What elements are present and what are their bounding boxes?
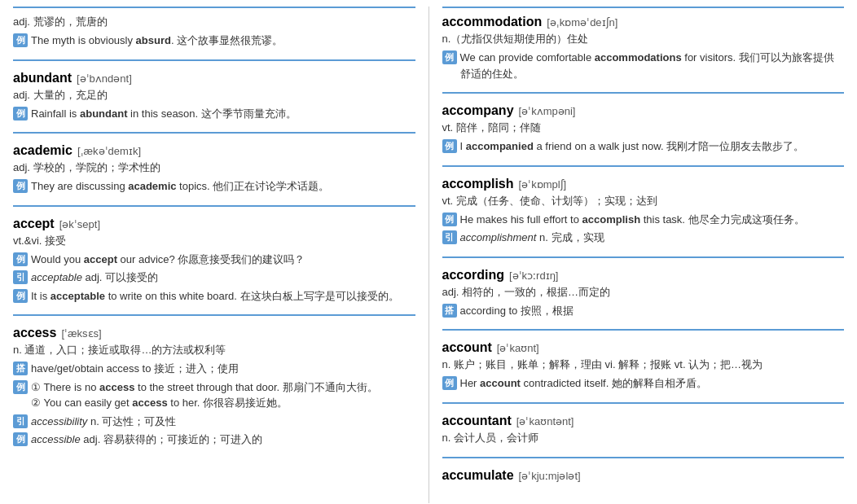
tag-example: 例	[442, 376, 457, 390]
entry-account: account[əˈkaʊnt]n. 账户；账目，账单；解释，理由 vi. 解释…	[442, 340, 845, 404]
tag-example: 例	[13, 289, 28, 303]
example-line: 例Would you accept our advice? 你愿意接受我们的建议…	[13, 252, 415, 268]
tag-example: 例	[13, 380, 28, 394]
entry-accompany: accompany[əˈkʌmpəni]vt. 陪伴，陪同；伴随例I accom…	[442, 103, 845, 167]
example-text: The myth is obviously absurd. 这个故事显然很荒谬。	[31, 33, 283, 49]
headword: access	[13, 326, 56, 340]
headword: accumulate	[442, 468, 514, 483]
phonetic: [əˈkaʊnt]	[497, 342, 539, 354]
tag-example: 例	[442, 139, 457, 153]
pos-def: adj. 学校的，学院的；学术性的	[13, 160, 415, 175]
tag-related: 引	[13, 414, 28, 428]
entry-access: access[ˈæksɛs]n. 通道，入口；接近或取得…的方法或权利等搭hav…	[13, 326, 415, 458]
divider-top	[442, 7, 845, 8]
tag-phrase: 搭	[442, 304, 457, 318]
example-text: ① There is no access to the street throu…	[31, 379, 378, 411]
example-line: 例I accompanied a friend on a walk just n…	[442, 138, 845, 155]
entry-absurd: adj. 荒谬的，荒唐的例The myth is obviously absur…	[13, 7, 415, 61]
phonetic: [əˈbʌndənt]	[77, 72, 132, 85]
pos-def: n.（尤指仅供短期使用的）住处	[442, 32, 845, 46]
phonetic: [ˈæksɛs]	[61, 327, 101, 340]
phonetic: [əˈkjuːmjələt]	[519, 470, 581, 482]
entry-accumulate: accumulate[əˈkjuːmjələt]	[442, 468, 845, 493]
headword: abundant	[13, 71, 72, 85]
phonetic: [əˈkɔːrdɪŋ]	[509, 270, 559, 282]
headword-line: access[ˈæksɛs]	[13, 326, 415, 340]
example-text: Would you accept our advice? 你愿意接受我们的建议吗…	[31, 252, 305, 268]
entry-accomplish: accomplish[əˈkɒmplʃ]vt. 完成（任务、使命、计划等）；实现…	[442, 177, 845, 258]
tag-phrase: 搭	[13, 362, 28, 375]
headword-line: abundant[əˈbʌndənt]	[13, 71, 415, 85]
right-column: accommodation[əˌkɒməˈdeɪʃn]n.（尤指仅供短期使用的）…	[429, 7, 858, 503]
headword-line: accumulate[əˈkjuːmjələt]	[442, 468, 845, 483]
headword-line: academic[ˌækəˈdemɪk]	[13, 143, 415, 158]
example-text: accomplishment n. 完成，实现	[460, 230, 604, 246]
pos-def: adj. 荒谬的，荒唐的	[13, 15, 415, 29]
example-line: 例The myth is obviously absurd. 这个故事显然很荒谬…	[13, 33, 415, 49]
phonetic: [əˈkɒmplʃ]	[519, 178, 567, 191]
example-text: Her account contradicted itself. 她的解释自相矛…	[460, 375, 707, 392]
pos-def: n. 通道，入口；接近或取得…的方法或权利等	[13, 343, 415, 357]
tag-example: 例	[13, 252, 28, 266]
phonetic: [əˌkɒməˈdeɪʃn]	[547, 16, 617, 28]
phonetic: [əˈkaʊntənt]	[516, 415, 574, 427]
phonetic: [əˈkʌmpəni]	[519, 105, 576, 117]
headword-line: accept[əkˈsept]	[13, 217, 415, 231]
pos-def: adj. 大量的，充足的	[13, 88, 415, 103]
headword: accompany	[442, 103, 514, 118]
headword: account	[442, 340, 492, 355]
example-line: 例It is acceptable to write on this white…	[13, 288, 415, 305]
example-text: have/get/obtain access to 接近；进入；使用	[31, 361, 239, 377]
example-text: He makes his full effort to accomplish t…	[460, 212, 805, 228]
headword: accountant	[442, 414, 512, 428]
pos-def: vt. 完成（任务、使命、计划等）；实现；达到	[442, 194, 845, 208]
divider-top	[13, 7, 415, 8]
example-text: acceptable adj. 可以接受的	[31, 270, 158, 286]
pos-def: vt. 陪伴，陪同；伴随	[442, 121, 845, 135]
entry-accept: accept[əkˈsept]vt.&vi. 接受例Would you acce…	[13, 217, 415, 317]
example-text: They are discussing academic topics. 他们正…	[31, 178, 329, 195]
headword: according	[442, 268, 504, 283]
example-line: 例accessible adj. 容易获得的；可接近的；可进入的	[13, 432, 415, 448]
entry-abundant: abundant[əˈbʌndənt]adj. 大量的，充足的例Rainfall…	[13, 71, 415, 134]
example-line: 例Rainfall is abundant in this season. 这个…	[13, 106, 415, 122]
example-text: I accompanied a friend on a walk just no…	[460, 138, 805, 155]
example-line: 例① There is no access to the street thro…	[13, 379, 415, 411]
headword: accommodation	[442, 15, 543, 29]
phonetic: [ˌækəˈdemɪk]	[77, 145, 141, 157]
headword-line: accommodation[əˌkɒməˈdeɪʃn]	[442, 15, 845, 29]
headword-line: accomplish[əˈkɒmplʃ]	[442, 177, 845, 191]
pos-def: n. 账户；账目，账单；解释，理由 vi. 解释；报账 vt. 认为；把…视为	[442, 357, 845, 372]
headword-line: accompany[əˈkʌmpəni]	[442, 103, 845, 118]
example-line: 搭according to 按照，根据	[442, 303, 845, 319]
pos-def: n. 会计人员，会计师	[442, 431, 845, 445]
headword-line: account[əˈkaʊnt]	[442, 340, 845, 355]
example-text: according to 按照，根据	[460, 303, 574, 319]
example-text: We can provide comfortable accommodation…	[460, 50, 845, 81]
tag-example: 例	[13, 432, 28, 446]
headword-line: accountant[əˈkaʊntənt]	[442, 414, 845, 428]
headword-line: according[əˈkɔːrdɪŋ]	[442, 268, 845, 283]
pos-def: vt.&vi. 接受	[13, 234, 415, 248]
example-line: 引acceptable adj. 可以接受的	[13, 270, 415, 286]
example-text: It is acceptable to write on this white …	[31, 288, 399, 305]
example-line: 搭have/get/obtain access to 接近；进入；使用	[13, 361, 415, 377]
pos-def: adj. 相符的，一致的，根据…而定的	[442, 285, 845, 300]
tag-example: 例	[442, 50, 457, 64]
headword: accept	[13, 217, 55, 231]
entry-accommodation: accommodation[əˌkɒməˈdeɪʃn]n.（尤指仅供短期使用的）…	[442, 7, 845, 94]
left-column: adj. 荒谬的，荒唐的例The myth is obviously absur…	[0, 7, 429, 503]
example-line: 引accessibility n. 可达性；可及性	[13, 414, 415, 430]
tag-related: 引	[442, 230, 457, 244]
headword: accomplish	[442, 177, 514, 191]
example-line: 例He makes his full effort to accomplish …	[442, 212, 845, 228]
entry-academic: academic[ˌækəˈdemɪk]adj. 学校的，学院的；学术性的例Th…	[13, 143, 415, 207]
example-line: 例We can provide comfortable accommodatio…	[442, 50, 845, 81]
tag-example: 例	[442, 213, 457, 226]
example-text: accessibility n. 可达性；可及性	[31, 414, 176, 430]
phonetic: [əkˈsept]	[59, 218, 100, 230]
tag-example: 例	[13, 33, 28, 47]
example-line: 例They are discussing academic topics. 他们…	[13, 178, 415, 195]
entry-according: according[əˈkɔːrdɪŋ]adj. 相符的，一致的，根据…而定的搭…	[442, 268, 845, 331]
example-text: accessible adj. 容易获得的；可接近的；可进入的	[31, 432, 262, 448]
